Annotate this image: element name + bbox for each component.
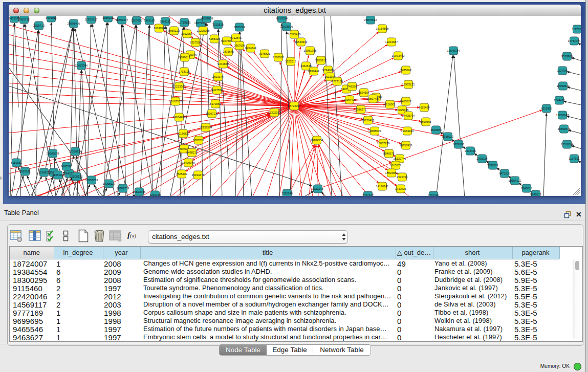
svg-text:19654982: 19654982 — [173, 116, 186, 119]
svg-text:9242845: 9242845 — [217, 62, 229, 65]
svg-text:746266: 746266 — [347, 85, 357, 88]
svg-text:14136141: 14136141 — [376, 185, 389, 188]
svg-text:9474444: 9474444 — [465, 149, 476, 152]
svg-text:10653267: 10653267 — [116, 18, 128, 21]
svg-text:8990443: 8990443 — [308, 70, 319, 73]
svg-text:12823446: 12823446 — [133, 190, 146, 193]
svg-text:2055712: 2055712 — [18, 18, 30, 21]
svg-text:18724007: 18724007 — [288, 104, 301, 107]
svg-text:8454749: 8454749 — [245, 47, 256, 50]
svg-text:7386372: 7386372 — [355, 108, 366, 111]
svg-text:18524851: 18524851 — [385, 171, 398, 174]
svg-text:18807299: 18807299 — [377, 142, 390, 145]
svg-text:1362615: 1362615 — [300, 64, 312, 68]
svg-text:16210643: 16210643 — [556, 114, 569, 117]
svg-text:10025438: 10025438 — [396, 108, 409, 112]
svg-text:7485063: 7485063 — [400, 69, 411, 72]
svg-text:3875645: 3875645 — [223, 50, 234, 53]
svg-text:16154808: 16154808 — [376, 27, 389, 30]
svg-text:9097588: 9097588 — [61, 165, 72, 168]
svg-text:1322015: 1322015 — [285, 60, 296, 63]
svg-text:9899613: 9899613 — [179, 56, 190, 59]
svg-text:26876612: 26876612 — [364, 18, 377, 21]
svg-text:1167531: 1167531 — [569, 157, 579, 160]
svg-text:9498212: 9498212 — [186, 151, 198, 154]
svg-text:18267130: 18267130 — [206, 112, 219, 115]
svg-text:9777169: 9777169 — [332, 80, 343, 83]
svg-text:6216001: 6216001 — [384, 103, 396, 106]
svg-text:1588520: 1588520 — [273, 56, 284, 59]
svg-text:19654923: 19654923 — [401, 129, 414, 133]
svg-text:3824554: 3824554 — [358, 91, 369, 94]
svg-text:6966160: 6966160 — [144, 19, 155, 22]
svg-text:20691406: 20691406 — [68, 22, 80, 25]
svg-text:7663822: 7663822 — [154, 27, 165, 30]
svg-text:20206578: 20206578 — [47, 152, 59, 155]
svg-text:1244415: 1244415 — [554, 99, 565, 102]
svg-text:7515526: 7515526 — [212, 23, 224, 26]
svg-text:9227342: 9227342 — [557, 69, 568, 72]
svg-text:9515011: 9515011 — [46, 16, 56, 19]
svg-text:12213967: 12213967 — [385, 40, 398, 43]
svg-text:15751074: 15751074 — [568, 39, 581, 42]
svg-text:12213363: 12213363 — [173, 85, 186, 88]
svg-text:20053346: 20053346 — [75, 64, 88, 67]
svg-text:14495794: 14495794 — [402, 114, 415, 117]
svg-text:8938923: 8938923 — [442, 135, 453, 138]
svg-text:19218506: 19218506 — [280, 25, 293, 28]
svg-text:16120746: 16120746 — [394, 157, 406, 160]
svg-text:20364436: 20364436 — [343, 98, 356, 101]
svg-text:8215955: 8215955 — [541, 107, 552, 110]
svg-text:12353594: 12353594 — [200, 126, 212, 129]
svg-text:9327506: 9327506 — [221, 39, 232, 42]
svg-text:18325419: 18325419 — [288, 33, 301, 36]
svg-text:10782759: 10782759 — [117, 187, 129, 190]
svg-text:9529966: 9529966 — [561, 55, 573, 58]
svg-text:19166827: 19166827 — [177, 132, 190, 135]
svg-text:7632621: 7632621 — [487, 164, 498, 167]
svg-text:9327505: 9327505 — [190, 41, 201, 44]
svg-text:12093822: 12093822 — [557, 84, 570, 87]
svg-text:3915141: 3915141 — [19, 170, 31, 173]
svg-text:1640954: 1640954 — [430, 128, 442, 132]
svg-text:15409948: 15409948 — [182, 161, 195, 164]
svg-text:12975125: 12975125 — [402, 83, 415, 86]
svg-text:2522741: 2522741 — [397, 176, 408, 179]
svg-text:10688609: 10688609 — [368, 129, 381, 133]
svg-text:3887832: 3887832 — [193, 139, 204, 142]
svg-text:17957253: 17957253 — [85, 179, 98, 182]
svg-text:15914479: 15914479 — [192, 173, 205, 177]
svg-text:8840671: 8840671 — [383, 152, 395, 155]
svg-text:8150011: 8150011 — [11, 161, 21, 164]
svg-text:7835724: 7835724 — [234, 26, 245, 29]
svg-text:6879197: 6879197 — [453, 143, 464, 146]
svg-text:3912954: 3912954 — [181, 32, 192, 35]
svg-text:1145193: 1145193 — [52, 173, 63, 177]
svg-text:1065326: 1065326 — [102, 16, 114, 19]
svg-text:10654122: 10654122 — [509, 179, 521, 182]
svg-text:9463627: 9463627 — [400, 100, 411, 103]
svg-text:8813054: 8813054 — [276, 17, 288, 20]
svg-text:10807487: 10807487 — [367, 97, 380, 100]
svg-text:16107552: 16107552 — [169, 100, 182, 103]
svg-text:9699695: 9699695 — [420, 120, 431, 123]
svg-text:1292346: 1292346 — [281, 192, 293, 195]
svg-text:1733426: 1733426 — [395, 187, 406, 190]
svg-text:1292348: 1292348 — [428, 194, 439, 196]
svg-text:8186328: 8186328 — [209, 37, 220, 40]
svg-text:2967608: 2967608 — [234, 44, 245, 47]
svg-text:9245613: 9245613 — [530, 193, 541, 196]
svg-text:16648784: 16648784 — [447, 49, 460, 52]
svg-text:6966161: 6966161 — [160, 20, 171, 23]
svg-text:10973493: 10973493 — [392, 54, 405, 57]
svg-text:10719155: 10719155 — [178, 21, 191, 24]
svg-text:9115460: 9115460 — [419, 106, 429, 109]
svg-text:19384554: 19384554 — [311, 139, 323, 142]
svg-text:1922345: 1922345 — [312, 187, 323, 190]
svg-text:16640910: 16640910 — [295, 40, 308, 43]
svg-text:7712546: 7712546 — [230, 36, 242, 39]
svg-text:1292347: 1292347 — [362, 194, 374, 196]
svg-text:1117021: 1117021 — [572, 28, 581, 31]
svg-text:9794028: 9794028 — [322, 69, 334, 72]
svg-text:9427552: 9427552 — [211, 89, 223, 92]
